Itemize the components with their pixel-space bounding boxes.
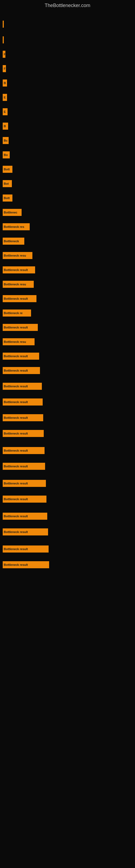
- bar: Bott: [3, 166, 12, 173]
- site-title: TheBottlenecker.com: [0, 0, 135, 10]
- bar-row: B: [3, 123, 135, 130]
- bar-label: F: [4, 53, 5, 56]
- bar-label: Bottleneck result: [4, 497, 28, 501]
- bar: [3, 36, 4, 43]
- bar-row: Bottleneck result: [3, 528, 135, 535]
- bar-row: Bottleneck result: [3, 463, 135, 470]
- bar-row: E: [3, 94, 135, 101]
- bar-label: Bottleneck res: [4, 225, 24, 228]
- bar-row: Bottleneck result: [3, 352, 135, 360]
- bar-label: Bottleneck result: [4, 326, 28, 329]
- bar: [3, 21, 4, 28]
- bar-label: Bottleneck result: [4, 354, 28, 358]
- bar-label: Bottleneck resu: [4, 340, 26, 343]
- bar-row: [3, 21, 135, 28]
- bar-label: Bottlenec: [4, 211, 17, 214]
- bar: E: [3, 94, 7, 101]
- bar-label: Bott: [4, 196, 10, 199]
- bar-label: F: [4, 67, 6, 70]
- bar: Bottleneck result: [3, 463, 45, 470]
- bar: Bottleneck result: [3, 267, 35, 273]
- bar-row: Bottleneck result: [3, 447, 135, 454]
- bar-label: Bottleneck re: [4, 311, 23, 315]
- bar: Bottleneck result: [3, 399, 43, 405]
- bars-container: FFBEEBBcBoBottBotBottBottlenecBottleneck…: [0, 10, 135, 571]
- bar: Bottleneck: [3, 238, 24, 245]
- bar-row: E: [3, 108, 135, 115]
- bar-row: Bottleneck resu: [3, 252, 135, 259]
- bar: Bottleneck result: [3, 383, 42, 390]
- bar-row: Bottleneck result: [3, 546, 135, 553]
- bar-row: Bottleneck result: [3, 399, 135, 405]
- bar-row: Bott: [3, 194, 135, 202]
- bar-label: Bottleneck result: [4, 416, 28, 420]
- bar-row: Bottleneck result: [3, 267, 135, 273]
- bar-row: Bc: [3, 137, 135, 144]
- bar: Bottleneck result: [3, 295, 37, 302]
- bar-row: Bo: [3, 151, 135, 158]
- bar: Bottleneck result: [3, 447, 45, 454]
- bar-row: Bottleneck result: [3, 324, 135, 331]
- bar-row: Bottleneck: [3, 238, 135, 245]
- bar-label: Bottleneck: [4, 240, 19, 243]
- bar: Bottleneck result: [3, 513, 47, 520]
- bar: Bottleneck resu: [3, 252, 32, 259]
- bar: Bottleneck res: [3, 223, 30, 230]
- bar: Bottleneck result: [3, 561, 49, 568]
- bar: Bottleneck re: [3, 310, 31, 316]
- bar-label: Bot: [4, 182, 9, 185]
- bar: Bottleneck result: [3, 430, 44, 437]
- bar: Bottleneck resu: [3, 281, 34, 288]
- bar-row: Bottleneck result: [3, 513, 135, 520]
- bar-row: Bottleneck result: [3, 561, 135, 568]
- bar: E: [3, 108, 8, 115]
- bar-row: F: [3, 51, 135, 58]
- bar-label: Bo: [4, 153, 8, 156]
- bar-label: Bottleneck result: [4, 482, 28, 485]
- bar-label: Bottleneck result: [4, 449, 28, 452]
- bar: Bc: [3, 137, 9, 144]
- bar: Bott: [3, 194, 12, 202]
- bar: F: [3, 51, 5, 58]
- bar-row: Bottleneck result: [3, 414, 135, 421]
- bar-row: Bottleneck result: [3, 295, 135, 302]
- bar: Bottleneck result: [3, 367, 40, 374]
- bar: B: [3, 123, 8, 130]
- bar-row: F: [3, 65, 135, 72]
- bar-label: Bottleneck result: [4, 384, 28, 388]
- bar-label: Bottleneck resu: [4, 283, 26, 286]
- bar: Bottlenec: [3, 209, 21, 216]
- bar-label: Bott: [4, 167, 10, 171]
- bar: Bo: [3, 151, 10, 158]
- bar-label: Bottleneck result: [4, 432, 28, 435]
- bar: Bottleneck result: [3, 480, 46, 487]
- bar-label: Bottleneck result: [4, 563, 28, 566]
- bar-label: Bottleneck result: [4, 530, 28, 533]
- bar-row: Bottleneck result: [3, 383, 135, 390]
- bar-row: Bottleneck result: [3, 480, 135, 487]
- bar-row: Bott: [3, 166, 135, 173]
- bar: Bottleneck result: [3, 528, 48, 535]
- bar-row: B: [3, 80, 135, 87]
- bar: Bot: [3, 180, 12, 187]
- bar-label: Bottleneck result: [4, 515, 28, 518]
- bar-row: [3, 36, 135, 43]
- bar: Bottleneck result: [3, 324, 38, 331]
- bar-label: Bottleneck result: [4, 547, 28, 551]
- bar-row: Bot: [3, 180, 135, 187]
- bar-label: E: [4, 96, 6, 99]
- bar: Bottleneck result: [3, 546, 49, 553]
- bar-label: E: [4, 110, 6, 113]
- bar-label: Bottleneck result: [4, 369, 28, 372]
- bar-label: Bottleneck result: [4, 400, 28, 404]
- bar-row: Bottleneck res: [3, 223, 135, 230]
- bar: F: [3, 65, 6, 72]
- bar-row: Bottleneck result: [3, 367, 135, 374]
- bar-label: Bc: [4, 139, 8, 142]
- bar: Bottleneck result: [3, 496, 46, 503]
- bar-row: Bottleneck result: [3, 430, 135, 437]
- bar-label: B: [4, 82, 6, 85]
- bar: B: [3, 80, 7, 87]
- bar: Bottleneck resu: [3, 338, 35, 345]
- bar-label: Bottleneck result: [4, 268, 28, 272]
